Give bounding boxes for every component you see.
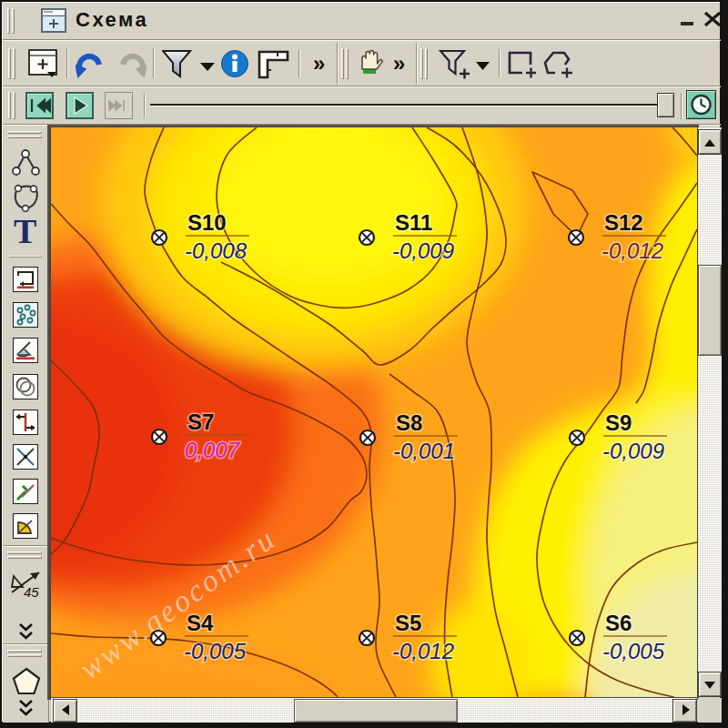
svg-text:S7: S7 xyxy=(187,410,214,434)
svg-text:-0,009: -0,009 xyxy=(392,238,454,263)
svg-text:S11: S11 xyxy=(395,210,432,235)
svg-text:0,007: 0,007 xyxy=(185,438,241,462)
svg-text:S9: S9 xyxy=(605,410,632,435)
svg-text:-0,001: -0,001 xyxy=(393,439,455,463)
svg-text:S10: S10 xyxy=(187,210,227,235)
svg-text:S5: S5 xyxy=(395,611,421,635)
svg-text:-0,005: -0,005 xyxy=(602,639,665,663)
svg-text:-0,008: -0,008 xyxy=(185,238,248,263)
svg-text:-0,005: -0,005 xyxy=(184,639,247,663)
svg-text:S6: S6 xyxy=(605,611,632,635)
svg-text:-0,009: -0,009 xyxy=(602,439,664,463)
svg-text:S4: S4 xyxy=(187,611,214,635)
svg-text:S8: S8 xyxy=(396,410,422,435)
svg-text:-0,012: -0,012 xyxy=(392,639,454,663)
svg-text:-0,012: -0,012 xyxy=(602,238,663,263)
svg-text:45: 45 xyxy=(24,584,39,600)
svg-text:S12: S12 xyxy=(604,210,643,235)
